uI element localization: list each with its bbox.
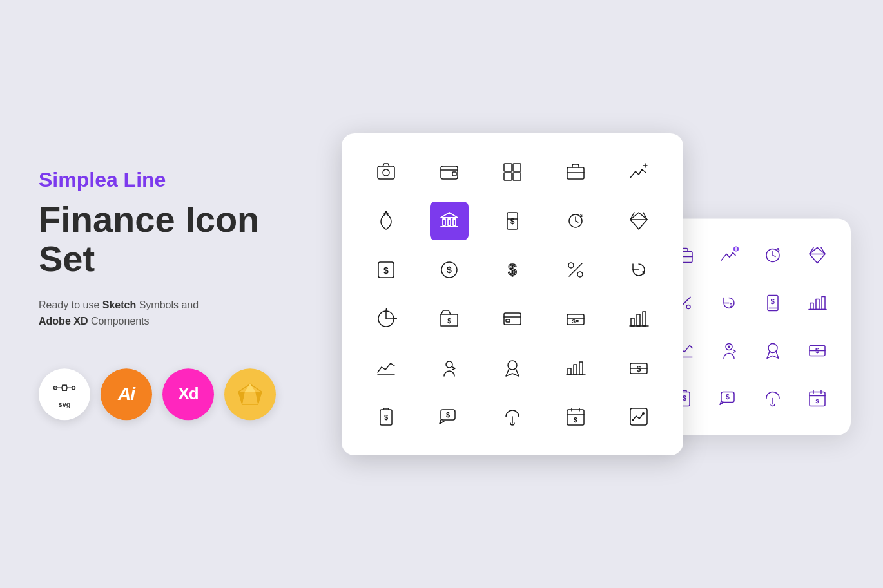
svg-text:$: $ [771, 298, 775, 305]
icon-dollar-bill: $ [619, 348, 658, 387]
svg-text:$: $ [383, 265, 389, 276]
icon-refund: $ [619, 251, 658, 289]
icon-grid-payment [493, 153, 532, 191]
svg-point-0 [62, 385, 67, 390]
back-icon-diamond [800, 238, 835, 272]
back-icon-receipt2: $ [755, 285, 790, 320]
svg-rect-32 [816, 299, 819, 309]
badge-sketch [224, 368, 276, 420]
svg-point-37 [728, 345, 730, 348]
icon-bar-chart [619, 299, 658, 338]
svg-rect-95 [631, 318, 634, 326]
svg-rect-65 [443, 219, 445, 225]
svg-rect-102 [568, 368, 571, 375]
svg-text:$: $ [730, 302, 733, 308]
svg-rect-31 [810, 303, 813, 309]
icon-briefcase [556, 153, 595, 191]
svg-point-120 [632, 419, 634, 421]
svg-rect-89 [504, 313, 521, 325]
svg-marker-11 [242, 392, 258, 404]
back-icon-time-money: $ [755, 238, 790, 272]
svg-point-84 [577, 272, 583, 277]
svg-text:$=: $= [572, 318, 579, 325]
svg-rect-104 [579, 362, 583, 375]
badge-xd: Xd [162, 368, 214, 420]
svg-point-53 [383, 169, 389, 176]
svg-text:$: $ [446, 411, 450, 419]
svg-text:$: $ [815, 398, 819, 404]
icon-bank-highlighted [430, 202, 469, 240]
icon-umbrella [493, 397, 532, 436]
icon-analytics [619, 397, 658, 436]
icon-pie-chart [367, 299, 405, 338]
svg-rect-33 [822, 296, 825, 309]
back-icon-award2 [755, 333, 790, 368]
svg-rect-119 [630, 408, 647, 425]
badge-ai: Ai [101, 368, 152, 420]
sketch-logo-icon [236, 381, 264, 407]
svg-line-85 [569, 263, 582, 276]
svg-text:$: $ [384, 413, 388, 421]
svg-logo-icon [53, 380, 76, 399]
icon-trend-line [367, 348, 405, 387]
badges-row: svg Ai Xd [39, 368, 276, 420]
svg-point-121 [642, 412, 645, 415]
svg-text:$: $ [683, 395, 686, 402]
back-icon-chart-add [712, 238, 746, 272]
back-icon-refund: $ [712, 285, 746, 320]
svg-text:$: $ [580, 213, 583, 218]
icon-chart-add [619, 153, 658, 191]
icon-dollar-card: $= [556, 299, 595, 338]
icon-folder-money: $ [430, 299, 469, 338]
svg-text:$: $ [510, 217, 515, 226]
svg-point-25 [686, 305, 690, 308]
svg-rect-58 [504, 173, 512, 180]
icon-camera-money [367, 153, 405, 191]
icon-clipboard-dollar: $ [367, 397, 405, 436]
icon-calendar-dollar: $ [556, 397, 595, 436]
xd-icon: Xd [178, 384, 198, 404]
icon-dollar-box: $ [367, 251, 405, 289]
svg-rect-57 [513, 164, 521, 171]
svg-rect-96 [637, 314, 640, 326]
brand-name: Simplea Line [39, 168, 276, 192]
svg-rect-60 [567, 167, 584, 179]
icon-credit-card [493, 299, 532, 338]
svg-marker-64 [441, 213, 458, 218]
product-title: Finance IconSet [39, 200, 276, 279]
svg-text:$: $ [508, 261, 516, 278]
icon-dollar-sign: $ [493, 251, 532, 289]
svg-text:$: $ [574, 417, 577, 424]
svg-rect-54 [441, 166, 458, 179]
svg-rect-97 [643, 312, 646, 326]
back-icon-bar-chart2 [800, 285, 835, 320]
svg-rect-56 [504, 164, 512, 171]
back-icon-umbrella2 [755, 381, 790, 415]
svg-text:$: $ [642, 270, 645, 276]
back-icon-calendar-dollar2: $ [800, 381, 835, 415]
back-icon-grid: $ $ $ [666, 238, 835, 415]
svg-rect-66 [448, 219, 451, 225]
icon-dollar-chat: $ [430, 397, 469, 436]
icon-dollar-receipt: $ [493, 202, 532, 240]
badge-svg: svg [39, 368, 90, 420]
icon-award [493, 348, 532, 387]
back-icon-dollar-bill2: $ [800, 333, 835, 368]
icon-diamond [619, 202, 658, 240]
svg-text:$: $ [447, 318, 451, 325]
back-icon-dollar-chat2: $ [712, 381, 746, 415]
front-icon-grid: $ $ $ $ $ $ [357, 153, 668, 436]
ai-icon: Ai [118, 384, 135, 404]
icon-percent [556, 251, 595, 289]
svg-text:$: $ [637, 365, 641, 374]
svg-point-83 [568, 263, 574, 268]
svg-rect-52 [378, 166, 394, 179]
icon-financial-plan [430, 348, 469, 387]
badge-svg-label: svg [59, 401, 71, 408]
icon-bar-chart2 [556, 348, 595, 387]
svg-rect-67 [453, 219, 456, 225]
svg-rect-59 [513, 173, 521, 180]
main-container: Simplea Line Finance IconSet Ready to us… [0, 0, 883, 588]
svg-text:$: $ [447, 265, 452, 275]
icon-money-bag [367, 202, 405, 240]
